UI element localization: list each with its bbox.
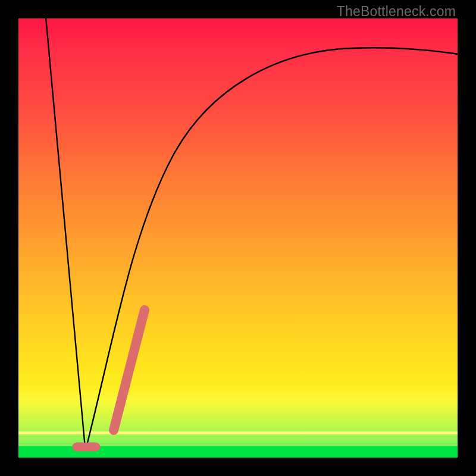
- curve-left-branch: [46, 17, 85, 447]
- marker-diagonal: [114, 310, 145, 430]
- curve-right-branch: [86, 48, 459, 447]
- chart-svg: [18, 18, 458, 458]
- watermark-text: TheBottleneck.com: [337, 4, 456, 20]
- chart-frame: TheBottleneck.com: [0, 0, 476, 476]
- plot-area: [18, 18, 458, 458]
